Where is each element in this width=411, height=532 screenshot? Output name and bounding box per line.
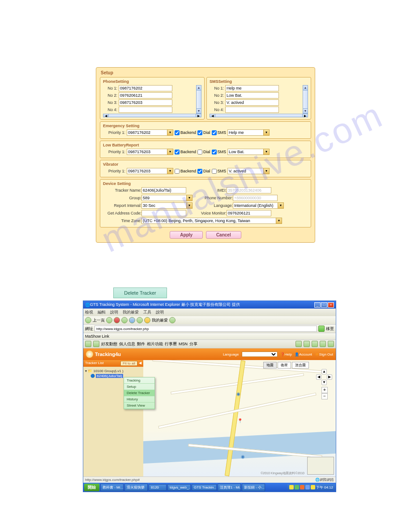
- scroll-left-icon[interactable]: ◀: [103, 114, 109, 117]
- addr-code-input[interactable]: [141, 210, 186, 216]
- tray-icon[interactable]: [289, 485, 294, 489]
- collapse-icon[interactable]: ◀: [139, 361, 141, 366]
- taskbar-item[interactable]: GTS Trackin...: [192, 484, 217, 491]
- menu-item[interactable]: 說明: [156, 309, 164, 315]
- start-button[interactable]: 開始: [84, 484, 99, 491]
- signout-link[interactable]: 🔅Sign Out: [315, 352, 333, 356]
- dropdown-icon[interactable]: ▾: [167, 168, 173, 174]
- emergency-msg-input[interactable]: [227, 129, 263, 136]
- emergency-backend-check[interactable]: [175, 130, 180, 135]
- scroll-down-icon[interactable]: ▼: [196, 108, 201, 114]
- tab-item[interactable]: 相片功能: [147, 341, 163, 347]
- dropdown-icon[interactable]: ▾: [186, 202, 193, 209]
- tool-icon[interactable]: [295, 341, 302, 347]
- apply-button[interactable]: Apply: [170, 231, 203, 239]
- sms-hscroll[interactable]: ◀▶: [210, 114, 308, 117]
- taskbar-item[interactable]: 教科書 - Mi...: [100, 484, 124, 491]
- emergency-sms-check[interactable]: [212, 130, 217, 135]
- phone-no3-input[interactable]: [119, 99, 172, 106]
- ctx-tracking[interactable]: Tracking: [124, 378, 154, 384]
- map-type-map[interactable]: 地圖: [263, 362, 277, 369]
- map-type-satellite[interactable]: 衛星: [278, 362, 291, 369]
- ctx-street-view[interactable]: Street View: [124, 403, 154, 409]
- scroll-up-icon[interactable]: ▲: [196, 85, 201, 90]
- lowbat-backend-check[interactable]: [175, 150, 180, 154]
- scroll-up-icon[interactable]: ▲: [303, 85, 308, 90]
- phone-vscroll[interactable]: ▲ ▼: [196, 85, 201, 114]
- menu-item[interactable]: 工具: [143, 309, 151, 315]
- clock[interactable]: 下午 04:12: [316, 485, 333, 490]
- refresh-icon[interactable]: [121, 317, 128, 323]
- menu-item[interactable]: 說明: [110, 309, 118, 315]
- dropdown-icon[interactable]: ▾: [278, 202, 284, 209]
- address-input[interactable]: [94, 326, 317, 332]
- dropdown-icon[interactable]: ▾: [276, 218, 282, 224]
- cancel-button[interactable]: Cancel: [206, 231, 241, 239]
- emergency-dial-check[interactable]: [197, 130, 202, 135]
- zoom-out-button[interactable]: −: [321, 393, 328, 399]
- vibrator-dial-check[interactable]: [197, 169, 202, 174]
- forward-icon[interactable]: [106, 317, 112, 323]
- tray-icon[interactable]: [311, 485, 315, 489]
- tool-icon[interactable]: [320, 341, 326, 347]
- vibrator-msg-input[interactable]: [227, 168, 263, 174]
- account-link[interactable]: 👤Account: [295, 352, 312, 356]
- maximize-button[interactable]: □: [321, 302, 327, 308]
- lowbat-sms-check[interactable]: [212, 150, 217, 154]
- phone-hscroll[interactable]: ◀▶: [103, 114, 201, 117]
- sms-no2-input[interactable]: [225, 92, 279, 99]
- taskbar-item[interactable]: 滑火狼快樂: [124, 484, 148, 491]
- voice-monitor-input[interactable]: [227, 210, 271, 216]
- tab-item[interactable]: 郵件: [137, 341, 145, 347]
- pan-right-icon[interactable]: ▶: [327, 374, 332, 380]
- sms-no4-input[interactable]: [225, 107, 279, 113]
- tool-icon[interactable]: [304, 341, 310, 347]
- lowbat-msg-input[interactable]: [227, 149, 263, 155]
- help-link[interactable]: ❓Help: [280, 352, 292, 356]
- stop-icon[interactable]: [114, 317, 120, 323]
- dropdown-icon[interactable]: ▾: [263, 129, 270, 136]
- link-item[interactable]: MaShow Link: [85, 334, 109, 339]
- tab-item[interactable]: 好友動態: [101, 341, 117, 347]
- sms-vscroll[interactable]: ▲ ▼: [303, 85, 308, 114]
- scroll-left-icon[interactable]: ◀: [210, 114, 215, 117]
- phone-no1-input[interactable]: [119, 85, 172, 91]
- tray-icon[interactable]: [295, 485, 299, 489]
- lowbat-dial-check[interactable]: [197, 150, 202, 154]
- fit-all-button[interactable]: Fit to all: [120, 361, 137, 366]
- taskbar-item[interactable]: 活頁簿1 - Mi...: [218, 484, 241, 491]
- scroll-right-icon[interactable]: ▶: [196, 114, 201, 117]
- scroll-right-icon[interactable]: ▶: [302, 114, 308, 117]
- tracker-name-input[interactable]: [141, 187, 186, 193]
- tool-icon[interactable]: [85, 341, 91, 347]
- minimap[interactable]: [307, 457, 334, 475]
- go-button[interactable]: [318, 326, 325, 332]
- dropdown-icon[interactable]: ▾: [167, 129, 173, 136]
- phone-no4-input[interactable]: [119, 107, 172, 113]
- language-select[interactable]: [242, 352, 278, 357]
- taskbar-item[interactable]: 新按鈕 - 小...: [242, 484, 265, 491]
- search-icon[interactable]: [137, 317, 143, 323]
- ctx-history[interactable]: History: [124, 396, 154, 403]
- favorites-icon[interactable]: [144, 317, 150, 323]
- dropdown-icon[interactable]: ▾: [263, 149, 270, 155]
- taskbar-item[interactable]: tdgvs_web_...: [167, 484, 191, 491]
- back-icon[interactable]: [85, 317, 91, 323]
- window-titlebar[interactable]: 🌐 GTS Tracking System - Microsoft Intern…: [83, 301, 336, 309]
- sms-no3-input[interactable]: [225, 99, 279, 106]
- timezone-input[interactable]: [141, 218, 276, 224]
- tab-item[interactable]: 個人信息: [119, 341, 135, 347]
- lowbat-priority-input[interactable]: [127, 149, 167, 155]
- ctx-setup[interactable]: Setup: [124, 384, 154, 390]
- pan-up-icon[interactable]: ▲: [321, 369, 327, 374]
- zoom-in-button[interactable]: +: [321, 387, 328, 393]
- close-button[interactable]: ×: [328, 302, 334, 308]
- phone-no2-input[interactable]: [119, 92, 172, 99]
- pan-down-icon[interactable]: ▼: [321, 380, 327, 385]
- language-input[interactable]: [233, 202, 278, 209]
- dropdown-icon[interactable]: ▾: [167, 149, 173, 155]
- group-input[interactable]: [141, 195, 186, 201]
- tab-item[interactable]: 行事曆: [165, 341, 177, 347]
- emergency-priority-input[interactable]: [127, 129, 167, 136]
- tool-icon[interactable]: [312, 341, 318, 347]
